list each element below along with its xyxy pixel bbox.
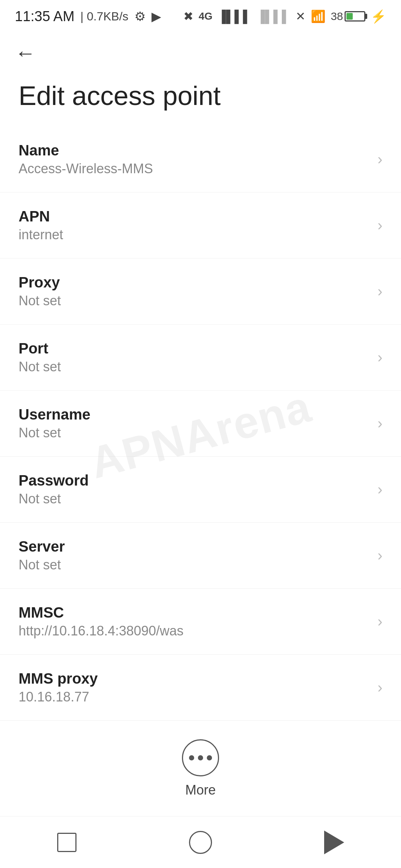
status-bar: 11:35 AM | 0.7KB/s ⚙ ▶ ✖ 4G ▐▌▌▌ ▐▌▌▌ ✕ …	[0, 0, 401, 30]
settings-value-username: Not set	[19, 425, 370, 441]
chevron-proxy-icon: ›	[378, 283, 382, 300]
settings-label-mms-proxy: MMS proxy	[19, 670, 370, 687]
settings-item-port-content: Port Not set	[19, 340, 370, 375]
signal-icon: ▐▌▌▌	[218, 10, 251, 23]
settings-label-password: Password	[19, 472, 370, 489]
settings-item-password-content: Password Not set	[19, 472, 370, 507]
wifi-icon: 📶	[311, 9, 326, 23]
settings-item-mmsc[interactable]: MMSC http://10.16.18.4:38090/was ›	[0, 589, 401, 655]
settings-value-password: Not set	[19, 491, 370, 507]
settings-value-port: Not set	[19, 359, 370, 375]
settings-label-port: Port	[19, 340, 370, 357]
nav-home-icon[interactable]	[189, 831, 212, 854]
settings-value-proxy: Not set	[19, 293, 370, 309]
settings-icon: ⚙	[134, 9, 146, 24]
settings-label-proxy: Proxy	[19, 274, 370, 291]
settings-item-name-content: Name Access-Wireless-MMS	[19, 142, 370, 177]
chevron-apn-icon: ›	[378, 217, 382, 234]
settings-item-username-content: Username Not set	[19, 406, 370, 441]
chevron-port-icon: ›	[378, 349, 382, 366]
settings-value-mmsc: http://10.16.18.4:38090/was	[19, 623, 370, 639]
chevron-mms-proxy-icon: ›	[378, 679, 382, 696]
settings-value-server: Not set	[19, 557, 370, 573]
more-circle-button[interactable]	[182, 739, 219, 776]
settings-item-proxy-content: Proxy Not set	[19, 274, 370, 309]
settings-item-password[interactable]: Password Not set ›	[0, 457, 401, 523]
settings-label-name: Name	[19, 142, 370, 159]
settings-label-apn: APN	[19, 208, 370, 225]
chevron-mmsc-icon: ›	[378, 613, 382, 630]
settings-item-mms-proxy-content: MMS proxy 10.16.18.77	[19, 670, 370, 705]
network-4g-icon: 4G	[199, 10, 212, 22]
settings-value-name: Access-Wireless-MMS	[19, 161, 370, 177]
more-label: More	[185, 782, 216, 798]
settings-value-mms-proxy: 10.16.18.77	[19, 689, 370, 705]
navigation-bar	[0, 816, 401, 868]
signal-x-icon: ✕	[296, 9, 306, 23]
settings-item-proxy[interactable]: Proxy Not set ›	[0, 259, 401, 325]
settings-item-name[interactable]: Name Access-Wireless-MMS ›	[0, 126, 401, 193]
settings-label-mmsc: MMSC	[19, 604, 370, 621]
battery-icon	[345, 11, 365, 22]
settings-list: Name Access-Wireless-MMS › APN internet …	[0, 126, 401, 721]
nav-home-button[interactable]	[178, 828, 223, 857]
status-speed: | 0.7KB/s	[81, 10, 128, 23]
signal2-icon: ▐▌▌▌	[257, 10, 290, 23]
camera-icon: ▶	[151, 9, 161, 24]
settings-label-server: Server	[19, 538, 370, 555]
page-title: Edit access point	[0, 72, 401, 126]
chevron-server-icon: ›	[378, 547, 382, 564]
more-dots	[189, 755, 212, 760]
settings-item-apn[interactable]: APN internet ›	[0, 193, 401, 259]
chevron-username-icon: ›	[378, 415, 382, 432]
battery-percent: 38	[331, 10, 343, 23]
status-time: 11:35 AM	[15, 9, 75, 24]
status-right: ✖ 4G ▐▌▌▌ ▐▌▌▌ ✕ 📶 38 ⚡	[183, 9, 386, 24]
settings-item-mms-proxy[interactable]: MMS proxy 10.16.18.77 ›	[0, 655, 401, 721]
bluetooth-icon: ✖	[183, 9, 193, 23]
battery-fill	[346, 13, 353, 20]
settings-value-apn: internet	[19, 227, 370, 243]
battery-container: 38	[331, 10, 365, 23]
nav-back-button[interactable]	[312, 828, 356, 857]
settings-item-server-content: Server Not set	[19, 538, 370, 573]
nav-recents-button[interactable]	[45, 828, 89, 857]
status-left: 11:35 AM | 0.7KB/s ⚙ ▶	[15, 9, 161, 24]
charge-icon: ⚡	[371, 9, 386, 24]
back-arrow-icon[interactable]: ←	[15, 41, 36, 65]
chevron-password-icon: ›	[378, 481, 382, 498]
nav-recents-icon[interactable]	[57, 833, 76, 852]
settings-item-port[interactable]: Port Not set ›	[0, 325, 401, 391]
settings-item-apn-content: APN internet	[19, 208, 370, 243]
settings-item-mmsc-content: MMSC http://10.16.18.4:38090/was	[19, 604, 370, 639]
settings-item-server[interactable]: Server Not set ›	[0, 523, 401, 589]
nav-back-icon[interactable]	[324, 831, 344, 854]
settings-label-username: Username	[19, 406, 370, 423]
chevron-name-icon: ›	[378, 151, 382, 168]
more-dot-2	[198, 755, 203, 760]
more-dot-3	[207, 755, 212, 760]
settings-item-username[interactable]: Username Not set ›	[0, 391, 401, 457]
main-content: ← Edit access point Name Access-Wireless…	[0, 30, 401, 868]
more-button-area[interactable]: More	[0, 721, 401, 813]
more-dot-1	[189, 755, 194, 760]
back-button[interactable]: ←	[0, 30, 401, 72]
